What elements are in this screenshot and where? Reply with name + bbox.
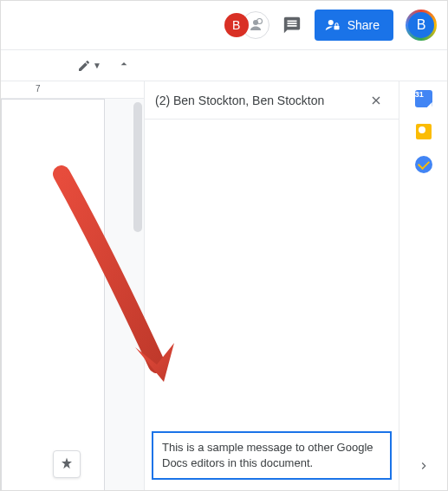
share-button[interactable]: Share (315, 10, 393, 41)
side-panel: 31 (399, 81, 447, 490)
chat-input[interactable] (152, 431, 392, 480)
keep-icon (416, 124, 432, 139)
pencil-icon (77, 59, 91, 73)
dropdown-caret-icon: ▼ (93, 61, 101, 70)
ruler-tick: 7 (36, 84, 41, 94)
chat-panel: (2) Ben Stockton, Ben Stockton (144, 81, 399, 490)
close-chat-button[interactable] (364, 88, 388, 113)
explore-icon (59, 456, 75, 472)
calendar-button[interactable]: 31 (415, 90, 432, 107)
svg-rect-3 (334, 26, 339, 30)
chevron-up-icon (117, 57, 131, 71)
horizontal-ruler[interactable]: 7 (1, 81, 144, 99)
explore-button[interactable] (53, 450, 81, 478)
editing-mode-button[interactable]: ▼ (72, 55, 107, 76)
toolbar: ▼ (1, 49, 447, 81)
anonymous-icon (248, 17, 263, 33)
chat-title: (2) Ben Stockton, Ben Stockton (155, 94, 364, 107)
collaborator-avatar[interactable]: B (224, 13, 249, 37)
hide-side-panel-button[interactable] (412, 454, 436, 478)
main-area: 7 (2) Ben Stockton, Ben Stockton 31 (1, 81, 447, 490)
top-bar: B Share B (1, 1, 447, 49)
chat-messages (145, 120, 399, 424)
document-area: 7 (1, 81, 144, 490)
tasks-button[interactable] (415, 156, 432, 173)
document-page[interactable] (1, 99, 105, 491)
tasks-icon (415, 156, 432, 173)
share-label: Share (347, 18, 380, 32)
keep-button[interactable] (415, 123, 432, 140)
comment-icon (282, 16, 302, 35)
account-avatar[interactable]: B (406, 10, 437, 41)
chat-header: (2) Ben Stockton, Ben Stockton (145, 81, 399, 120)
calendar-icon: 31 (415, 90, 432, 107)
chat-input-container (145, 424, 399, 490)
comments-button[interactable] (276, 10, 308, 41)
scrollbar-thumb[interactable] (133, 102, 142, 232)
presence-group: B (224, 11, 269, 39)
share-lock-icon (325, 17, 341, 33)
close-icon (369, 94, 383, 107)
chevron-right-icon (418, 460, 430, 472)
svg-point-2 (328, 20, 333, 25)
collapse-chat-button[interactable] (110, 54, 138, 78)
